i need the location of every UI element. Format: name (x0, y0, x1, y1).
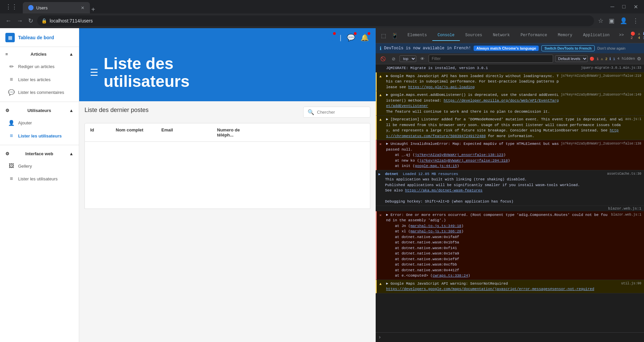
line-deprecation-src[interactable]: aos.js:1 (625, 117, 641, 122)
console-filter-button[interactable]: ⊘ (390, 55, 397, 62)
back-button[interactable]: ← (4, 16, 13, 26)
line-dom-listener-text: ► google.maps.event.addDomListener() is … (386, 92, 559, 114)
link-dotnet-wasm[interactable]: https://aka.ms/dotnet-wasm-features (405, 188, 482, 192)
tab-close-button[interactable]: ✕ (81, 5, 85, 10)
close-window-button[interactable]: ✕ (630, 2, 641, 11)
commentaires-label: Lister les commentaires (18, 90, 64, 95)
devtools-console[interactable]: JQMIGRATE: Migrate is installed, version… (376, 64, 644, 332)
tab-memory[interactable]: Memory (552, 30, 578, 41)
interface-chevron: ▲ (69, 151, 73, 156)
line-dom-listener-src[interactable]: js?key=AIzaSyBVWaKrj_2s&sensor=false:149 (561, 92, 641, 97)
tab-more[interactable]: >> (615, 30, 628, 41)
address-box[interactable]: 🔒 localhost:7114/users (37, 15, 594, 26)
sidebar-group-interface[interactable]: ⚙ Interface web ▲ (0, 148, 79, 160)
context-select[interactable]: top (399, 55, 416, 62)
articles-chevron: ▲ (69, 52, 73, 57)
sidebar-section-interface: ⚙ Interface web ▲ 🖼 Gellery ≡ Lister les… (0, 147, 79, 186)
devtools-inspect-button[interactable]: ⬚ (380, 32, 387, 40)
console-clear-button[interactable]: 🚫 (378, 55, 388, 62)
sidebar-toggle-button[interactable]: ▣ (607, 16, 616, 26)
devtools-device-button[interactable]: 📱 (390, 32, 399, 40)
sidebar-item-rediger[interactable]: ✏ Rediger un articles (3, 60, 79, 73)
search-input[interactable] (317, 110, 366, 115)
apps-button[interactable]: ⋮⋮ (3, 2, 20, 12)
gellery-icon: 🖼 (8, 163, 15, 169)
search-box[interactable]: 🔍 (303, 107, 370, 118)
logo-icon: ▦ (5, 33, 15, 42)
console-input-field[interactable] (383, 335, 641, 340)
line-dotnet-src[interactable]: assetsCache.ts:30 (607, 171, 641, 176)
line-maps-load-text: ► Google Maps JavaScript API has been lo… (386, 73, 559, 90)
link-map-err-1[interactable]: js?key=AIzaSyBVWaKrj_ensor=false:138:123 (415, 153, 503, 157)
tab-sources[interactable]: Sources (460, 30, 487, 41)
link-root-err-3[interactable]: cwraps.ts:338:24 (433, 274, 468, 278)
sidebar-item-lister-interface[interactable]: ≡ Lister les utilisateurs (3, 172, 79, 185)
btn-always-match[interactable]: Always match Chrome's language (474, 46, 539, 51)
console-input-line[interactable]: › (376, 332, 644, 342)
line-migrate-src[interactable]: jquery-migrate-3.0.1.min.js:33 (581, 65, 641, 70)
profile-button[interactable]: 👤 (619, 16, 629, 26)
browser-addressbar: ← → ↻ 🔒 localhost:7114/users ☆ ▣ 👤 ⋮ (0, 13, 644, 28)
lister-interface-icon: ≡ (8, 176, 15, 182)
line-sensor-src[interactable]: util.js:90 (621, 281, 641, 286)
divider-1 (0, 102, 79, 102)
tab-console[interactable]: Console (432, 30, 460, 41)
reload-button[interactable]: ↻ (27, 16, 35, 26)
topbar-user-icon[interactable]: 👤 (326, 34, 334, 42)
sidebar-logo[interactable]: ▦ Tableau de bord (0, 28, 79, 47)
sidebar-item-gellery[interactable]: 🖼 Gellery (3, 160, 79, 172)
tab-application[interactable]: Application (578, 30, 615, 41)
link-sensor[interactable]: https://developers.google.com/maps/docum… (386, 287, 594, 291)
line-err-icon-1: ✕ (379, 141, 384, 147)
topbar-separator: | (340, 34, 341, 42)
tab-favicon (28, 5, 34, 10)
active-tab[interactable]: Users ✕ (23, 2, 90, 13)
line-root-error-text: ► Error: One or more errors occurred. (R… (386, 212, 609, 279)
console-line-map-error: ✕ ► Uncaught InvalidValueError: Map: Exp… (376, 140, 644, 170)
sidebar-group-articles[interactable]: ≡ Articles ▲ (0, 48, 79, 60)
topbar-bell-icon[interactable]: 🔔 (361, 34, 369, 42)
levels-select[interactable]: Default levels (555, 55, 588, 62)
interface-icon: ⚙ (5, 151, 9, 156)
link-add-event-listener[interactable]: https://developer.mozilla.org/docs/Web/A… (386, 99, 559, 108)
link-map-err-2[interactable]: js?key=AIzaSyBVWaKrj_ensor=false:204:318 (419, 159, 508, 163)
console-settings-button[interactable]: ⚙ (637, 56, 641, 61)
col-id-header: Id (90, 127, 110, 137)
devtools-panel: ⬚ 📱 Elements Console Sources Network Per… (376, 28, 644, 342)
link-chromestatus[interactable]: https://chromestatus.com/feature/5083947… (386, 128, 619, 138)
forward-button[interactable]: → (15, 16, 24, 26)
line-root-error-src[interactable]: blazor.web.js:1 (611, 212, 641, 217)
bookmark-button[interactable]: ☆ (597, 16, 605, 26)
devtools-info-text: DevTools is now available in French! (384, 46, 471, 51)
btn-dont-show[interactable]: Don't show again (597, 46, 626, 50)
console-line-migrate: JQMIGRATE: Migrate is installed, version… (376, 64, 644, 72)
link-map-err-3[interactable]: google-map.js:44:15 (415, 164, 457, 168)
sidebar-item-lister-commentaires[interactable]: 💬 Lister les commentaires (3, 86, 79, 99)
line-blazor-src1: blazor.web.js:1 (376, 206, 644, 211)
console-prompt: › (378, 335, 381, 340)
address-text: localhost:7114/users (50, 18, 93, 23)
line-map-error-src[interactable]: js?key=AIzaSyBVWaKrj_2s&sensor=false:138 (561, 141, 641, 146)
link-root-err-2[interactable]: marshal-to-js.ts:306:28 (411, 229, 462, 233)
sidebar-item-lister-articles[interactable]: ≡ Lister les articles (3, 73, 79, 86)
col-phone-header: Numero de téléph... (217, 127, 251, 137)
link-root-err-1[interactable]: marshal-to-js.ts:349:18 (411, 224, 462, 228)
tab-network[interactable]: Network (487, 30, 515, 41)
topbar-chat-icon[interactable]: 💬 (347, 34, 355, 42)
line-maps-load-src[interactable]: js?key=AIzaSyBVWaKrj_2s&sensor=false:219 (561, 73, 641, 78)
new-tab-button[interactable]: + (91, 6, 95, 13)
sidebar-item-ajouter[interactable]: 👤 Ajouter (3, 116, 79, 129)
more-button[interactable]: ⋮ (631, 16, 640, 26)
tab-elements[interactable]: Elements (402, 30, 432, 41)
hero-title-line2: utilisateurs (104, 73, 190, 91)
eye-button[interactable]: 👁 (418, 55, 427, 62)
sidebar-group-utilisateurs[interactable]: ⚙ Utilisateurs ▲ (0, 105, 79, 116)
maximize-button[interactable]: □ (619, 2, 629, 11)
btn-switch-to-french[interactable]: Switch DevTools to French (541, 45, 594, 51)
link-maps-loading[interactable]: https://goo.gle/js-api-loading (408, 85, 475, 89)
tab-performance[interactable]: Performance (515, 30, 552, 41)
line-err-icon-2: ✕ (379, 213, 384, 218)
sidebar-item-lister-utilisateurs[interactable]: ≡ Lister les utilisateurs (3, 129, 79, 142)
console-filter-input[interactable] (429, 55, 553, 63)
minimize-button[interactable]: ─ (607, 2, 618, 11)
